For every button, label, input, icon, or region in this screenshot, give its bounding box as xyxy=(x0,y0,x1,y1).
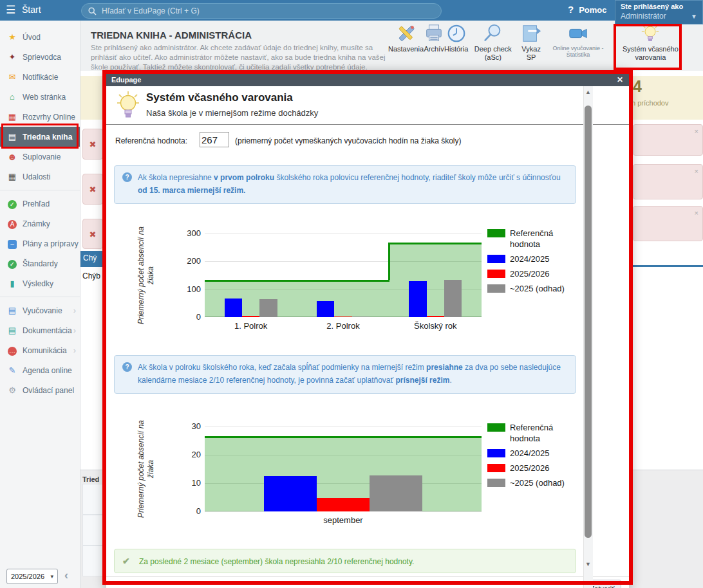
close-icon[interactable]: × xyxy=(695,209,698,217)
toolbar-item-historia[interactable]: História xyxy=(444,23,468,69)
chart1-legend: Referenčná hodnota 2024/2025 2025/2026 ~… xyxy=(487,228,590,298)
scrollbar-thumb[interactable] xyxy=(585,106,592,538)
toolbar: Nastavenia Archív História Deep check (a… xyxy=(388,23,689,69)
sidebar-item-label: Web stránka xyxy=(23,93,66,102)
sidebar-item-agenda-online[interactable]: ✎Agenda online xyxy=(0,360,80,380)
toolbar-item-label: Systém včasného varovania xyxy=(612,45,689,61)
sidebar-item-notifikacie[interactable]: ✉Notifikácie xyxy=(0,67,80,87)
page-description: Ste prihlásený ako administrátor. Ak chc… xyxy=(91,43,388,73)
collapse-sidebar-icon[interactable]: ‹ xyxy=(64,569,68,582)
info-box-stricter-regime: ? Ak škola v polroku školského roka, keď… xyxy=(114,355,576,394)
bar-20252026 xyxy=(427,316,444,317)
chart1-y-axis-label: Priemerný počet absencií na žiaka xyxy=(136,221,156,330)
chevron-right-icon: › xyxy=(73,326,76,335)
legend-label: Referenčná hodnota xyxy=(510,423,581,445)
sidebar-item-plany-a-pripravy[interactable]: –Plány a prípravy xyxy=(0,234,80,253)
chart2-y-axis-label: Priemerný počet absencií na žiaka xyxy=(136,414,156,524)
toolbar-item-archiv[interactable]: Archív xyxy=(424,23,444,69)
video-camera-icon xyxy=(568,23,588,44)
alert-box: ✖ xyxy=(82,174,103,205)
sidebar-item-standardy[interactable]: ✓Štandardy xyxy=(0,253,80,273)
toolbar-item-nastavenia[interactable]: Nastavenia xyxy=(388,23,424,69)
table-row xyxy=(82,546,103,576)
bar-20252026 xyxy=(242,316,259,317)
y-tick-label: 0 xyxy=(174,312,201,322)
timetable-icon: ▦ xyxy=(6,112,18,122)
sidebar-item-vyucovanie[interactable]: ▤Vyučovanie› xyxy=(0,300,80,320)
legend-item: 2025/2026 xyxy=(487,269,590,280)
sidebar-item-label: Výsledky xyxy=(23,279,53,288)
x-tick-label: 2. Polrok xyxy=(297,321,389,331)
attendance-caption: h príchodov xyxy=(632,99,668,107)
sidebar-item-label: Rozvrhy Online xyxy=(23,113,75,122)
toolbar-item-label: Deep check (aSc) xyxy=(468,45,518,61)
sidebar-item-vysledky[interactable]: ▮Výsledky xyxy=(0,273,80,293)
modal-window-title: Edupage xyxy=(111,76,141,84)
success-text: Za posledné 2 mesiace (september) škola … xyxy=(139,557,414,566)
toolbar-item-deep-check[interactable]: Deep check (aSc) xyxy=(468,23,518,69)
bar-2025odhad xyxy=(370,475,422,511)
sidebar-item-label: Plány a prípravy xyxy=(23,239,79,248)
chevron-down-icon: ▼ xyxy=(691,13,697,20)
bar-20242025 xyxy=(225,299,242,317)
start-menu-label[interactable]: Štart xyxy=(22,5,41,15)
legend-item: ~2025 (odhad) xyxy=(487,284,590,295)
sidebar-item-komunikacia[interactable]: …Komunikácia› xyxy=(0,340,80,360)
search-placeholder: Hľadať v EduPage (Ctrl + G) xyxy=(102,6,200,15)
toolbar-item-label: Archív xyxy=(424,45,444,53)
sidebar-item-znamky[interactable]: AZnámky xyxy=(0,214,80,234)
scroll-down-icon[interactable]: ▼ xyxy=(585,561,591,567)
sidebar-item-ovladaci-panel[interactable]: ⚙Ovládací panel xyxy=(0,380,80,400)
sidebar-item-dokumentacia[interactable]: ▤Dokumentácia› xyxy=(0,320,80,340)
legend-swatch xyxy=(487,255,505,263)
legend-item: 2024/2025 xyxy=(487,448,590,459)
toolbar-item-online-vyucovanie[interactable]: Online vyučovanie - Štatistika xyxy=(545,23,612,69)
toolbar-item-vykaz-sp[interactable]: Vykaz SP xyxy=(518,23,545,69)
chart2-plot-area: 0102030 xyxy=(205,427,482,511)
tab-chybajuce[interactable]: Chý xyxy=(80,251,105,265)
sidebar-item-rozvrhy-online[interactable]: ▦Rozvrhy Online xyxy=(0,107,80,127)
reference-area xyxy=(389,243,482,317)
info-text: Ak škola nepresiahne v prvom polroku ško… xyxy=(138,172,567,198)
sidebar-item-web-stranka[interactable]: ⌂Web stránka xyxy=(0,87,80,107)
account-caption: Ste prihlásený ako xyxy=(621,3,697,10)
lightbulb-icon xyxy=(640,23,661,44)
sidebar-item-uvod[interactable]: ★Úvod xyxy=(0,27,80,47)
close-icon[interactable]: × xyxy=(695,167,698,175)
reference-area xyxy=(297,280,389,317)
close-icon[interactable]: × xyxy=(695,127,698,135)
reference-value-input[interactable] xyxy=(200,132,229,147)
checkmark-icon: ✔ xyxy=(122,556,130,566)
sidebar-divider xyxy=(0,297,80,297)
school-year-select[interactable]: 2025/2026 ▾ xyxy=(6,569,58,584)
text-segment: Ak škola v polroku školského roka, keď z… xyxy=(138,363,426,372)
close-icon[interactable]: ✕ xyxy=(617,75,623,84)
school-year-value: 2025/2026 xyxy=(11,573,44,580)
legend-swatch xyxy=(487,464,505,472)
scroll-up-icon[interactable]: ▲ xyxy=(585,89,591,95)
toolbar-item-system-vcasneho-varovania[interactable]: Systém včasného varovania xyxy=(612,23,689,69)
legend-swatch xyxy=(487,423,505,432)
account-switcher[interactable]: Ste prihlásený ako Administrátor ▼ xyxy=(615,0,703,24)
magnifier-icon xyxy=(483,23,503,44)
legend-swatch xyxy=(487,449,505,457)
modal-subtitle: Naša škola je v miernejšom režime dochád… xyxy=(146,108,318,118)
sidebar-item-label: Známky xyxy=(23,219,50,228)
success-message-box: ✔ Za posledné 2 mesiace (september) škol… xyxy=(114,549,576,573)
sidebar-item-suplovanie[interactable]: ☻Suplovanie xyxy=(0,147,80,167)
clock-icon xyxy=(446,23,467,44)
sidebar-item-udalosti[interactable]: ▦Udalosti xyxy=(0,167,80,187)
hamburger-menu-icon[interactable]: ☰ xyxy=(6,3,15,17)
search-input[interactable]: Hľadať v EduPage (Ctrl + G) xyxy=(81,3,442,19)
sidebar-item-sprievodca[interactable]: ✦Sprievodca xyxy=(0,47,80,67)
sidebar-item-label: Suplovanie xyxy=(23,152,61,161)
y-tick-label: 30 xyxy=(174,421,201,431)
help-button[interactable]: ?Pomoc xyxy=(568,4,607,15)
modal-scrollbar[interactable]: ▲ ▼ xyxy=(583,86,593,588)
sidebar-item-label: Úvod xyxy=(23,33,41,42)
modal-titlebar[interactable]: Edupage ✕ xyxy=(106,74,629,86)
chart2-x-axis-labels: september xyxy=(205,515,482,525)
sidebar-item-triedna-kniha[interactable]: ▤Triedna kniha xyxy=(0,127,80,147)
sidebar-item-prehlad[interactable]: ✓Prehľad xyxy=(0,194,80,214)
legend-swatch xyxy=(487,284,505,293)
